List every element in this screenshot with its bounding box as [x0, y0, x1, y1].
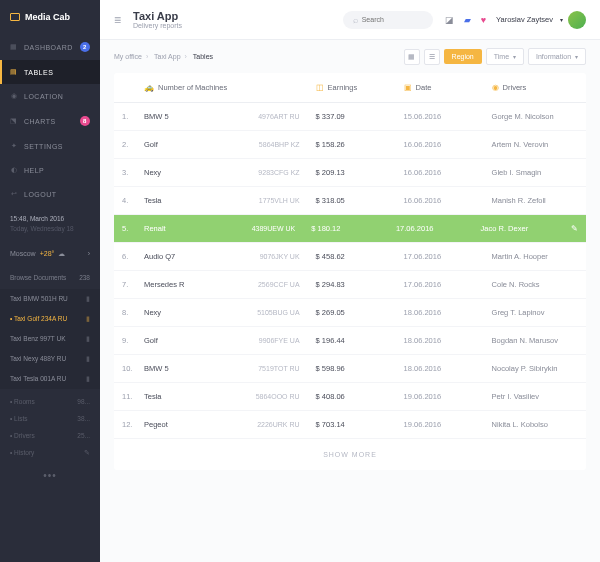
cat-rooms[interactable]: • Rooms98... [0, 393, 100, 410]
data-table: 🚕Number of Machines ◫Earnings ▣Date ◉Dri… [114, 73, 586, 470]
nav-tables[interactable]: ▤TABLES [0, 60, 100, 84]
location-icon: ◉ [10, 92, 18, 100]
nav-dashboard[interactable]: ▦DASHBOARD2 [0, 34, 100, 60]
settings-icon: ✦ [10, 142, 18, 150]
table-row[interactable]: 5.Renalt4389UEW UK$ 180.1217.06.2016Jaco… [114, 215, 586, 243]
col-drivers[interactable]: ◉Drivers [484, 73, 586, 102]
crumb-2[interactable]: Taxi App [154, 53, 180, 60]
table-row[interactable]: 7.Mersedes R2569CCF UA$ 294.8317.06.2016… [114, 271, 586, 299]
help-icon: ◐ [10, 166, 18, 174]
main: ≡ Taxi App Delivery reports ⌕ ◪ ▰ ♥ Yaro… [100, 0, 600, 562]
page-title: Taxi App [133, 10, 182, 22]
category-list: • Rooms98...• Lists38...• Drivers25...• … [0, 393, 100, 462]
doc-icon: ▮ [86, 335, 90, 343]
doc-icon: ▮ [86, 315, 90, 323]
search-input[interactable] [362, 16, 423, 23]
badge: 2 [80, 42, 90, 52]
col-earnings[interactable]: ◫Earnings [308, 73, 396, 102]
nav-help[interactable]: ◐HELP [0, 158, 100, 182]
list-view-button[interactable]: ☰ [424, 49, 440, 65]
avatar [568, 11, 586, 29]
doc-icon: ▮ [86, 295, 90, 303]
mail-icon[interactable]: ▰ [464, 15, 471, 25]
doc-item[interactable]: Taxi Tesla 001A RU▮ [0, 369, 100, 389]
cat-history[interactable]: • History✎ [0, 444, 100, 462]
col-machines[interactable]: 🚕Number of Machines [136, 73, 246, 102]
logout-icon: ↩ [10, 190, 18, 198]
topbar-icons: ◪ ▰ ♥ [445, 15, 486, 25]
weather[interactable]: Moscow +28° ☁︎ › [0, 242, 100, 266]
weather-city: Moscow [10, 250, 36, 257]
edit-icon[interactable]: ✎ [571, 224, 578, 233]
crumb-1[interactable]: My office [114, 53, 142, 60]
logo[interactable]: Media Cab [0, 0, 100, 34]
table-row[interactable]: 2.Golf5864BHP KZ$ 158.2616.06.2016Artem … [114, 131, 586, 159]
charts-icon: ⬔ [10, 117, 18, 125]
badge: 8 [80, 116, 90, 126]
search-icon: ⌕ [353, 15, 358, 25]
date-text: 15:48, March 2016 [10, 214, 90, 224]
table-row[interactable]: 8.Nexy5105BUG UA$ 269.0518.06.2016Greg T… [114, 299, 586, 327]
browse-header[interactable]: Browse Documents 238 [0, 266, 100, 289]
col-date[interactable]: ▣Date [396, 73, 484, 102]
nav-logout[interactable]: ↩LOGOUT [0, 182, 100, 206]
chevron-right-icon: › [88, 250, 90, 257]
menu-icon[interactable]: ≡ [114, 13, 121, 27]
info-dropdown[interactable]: Information ▾ [528, 48, 586, 65]
chevron-down-icon: ▾ [560, 16, 563, 23]
title-block: Taxi App Delivery reports [133, 10, 182, 29]
table-header: 🚕Number of Machines ◫Earnings ▣Date ◉Dri… [114, 73, 586, 103]
document-list: Taxi BMW 501H RU▮• Taxi Golf 234A RU▮Tax… [0, 289, 100, 389]
table-container: 🚕Number of Machines ◫Earnings ▣Date ◉Dri… [100, 73, 600, 562]
money-icon: ◫ [316, 83, 324, 92]
nav-charts[interactable]: ⬔CHARTS8 [0, 108, 100, 134]
today-text: Today, Wednesday 18 [10, 224, 90, 234]
more-icon[interactable]: ••• [0, 462, 100, 489]
table-row[interactable]: 3.Nexy9283CFG KZ$ 209.1316.06.2016Gleb I… [114, 159, 586, 187]
doc-item[interactable]: • Taxi Golf 234A RU▮ [0, 309, 100, 329]
table-row[interactable]: 10.BMW 57519TOT RU$ 598.9618.06.2016Noco… [114, 355, 586, 383]
doc-icon: ▮ [86, 375, 90, 383]
brand-name: Media Cab [25, 12, 70, 22]
user-name: Yaroslav Zaytsev [496, 15, 553, 24]
page-subtitle: Delivery reports [133, 22, 182, 29]
topbar: ≡ Taxi App Delivery reports ⌕ ◪ ▰ ♥ Yaro… [100, 0, 600, 40]
doc-icon: ▮ [86, 355, 90, 363]
table-row[interactable]: 1.BMW 54976ART RU$ 337.0915.06.2016Gorge… [114, 103, 586, 131]
doc-item[interactable]: Taxi Nexy 488Y RU▮ [0, 349, 100, 369]
tables-icon: ▤ [10, 68, 18, 76]
search-box[interactable]: ⌕ [343, 11, 433, 29]
table-body: 1.BMW 54976ART RU$ 337.0915.06.2016Gorge… [114, 103, 586, 439]
table-row[interactable]: 6.Audio Q79076JKY UK$ 458.6217.06.2016Ma… [114, 243, 586, 271]
weather-temp: +28° [40, 250, 55, 257]
dashboard-icon: ▦ [10, 43, 18, 51]
table-row[interactable]: 9.Golf9906FYE UA$ 196.4418.06.2016Bogdan… [114, 327, 586, 355]
doc-item[interactable]: Taxi Benz 997T UK▮ [0, 329, 100, 349]
cat-lists[interactable]: • Lists38... [0, 410, 100, 427]
nav: ▦DASHBOARD2▤TABLES◉LOCATION⬔CHARTS8✦SETT… [0, 34, 100, 206]
calendar-icon: ▣ [404, 83, 412, 92]
notification-icon[interactable]: ◪ [445, 15, 454, 25]
car-icon: 🚕 [144, 83, 154, 92]
nav-settings[interactable]: ✦SETTINGS [0, 134, 100, 158]
crumb-current: Tables [193, 53, 213, 60]
nav-location[interactable]: ◉LOCATION [0, 84, 100, 108]
table-row[interactable]: 4.Tesla1775VLH UK$ 318.0516.06.2016Manis… [114, 187, 586, 215]
heart-icon[interactable]: ♥ [481, 15, 486, 25]
grid-view-button[interactable]: ▦ [404, 49, 420, 65]
person-icon: ◉ [492, 83, 499, 92]
cat-drivers[interactable]: • Drivers25... [0, 427, 100, 444]
user-menu[interactable]: Yaroslav Zaytsev ▾ [496, 11, 586, 29]
show-more-button[interactable]: SHOW MORE [114, 439, 586, 470]
table-row[interactable]: 12.Pegeot2226URK RU$ 703.1419.06.2016Nik… [114, 411, 586, 439]
sidebar: Media Cab ▦DASHBOARD2▤TABLES◉LOCATION⬔CH… [0, 0, 100, 562]
time-dropdown[interactable]: Time ▾ [486, 48, 524, 65]
cloud-icon: ☁︎ [58, 250, 65, 258]
table-row[interactable]: 11.Tesla5864OOO RU$ 408.0619.06.2016Petr… [114, 383, 586, 411]
region-button[interactable]: Region [444, 49, 482, 64]
browse-count: 238 [79, 274, 90, 281]
controls-bar: My office› Taxi App› Tables ▦ ☰ Region T… [100, 40, 600, 73]
browse-label: Browse Documents [10, 274, 66, 281]
doc-item[interactable]: Taxi BMW 501H RU▮ [0, 289, 100, 309]
breadcrumb: My office› Taxi App› Tables [114, 53, 213, 60]
